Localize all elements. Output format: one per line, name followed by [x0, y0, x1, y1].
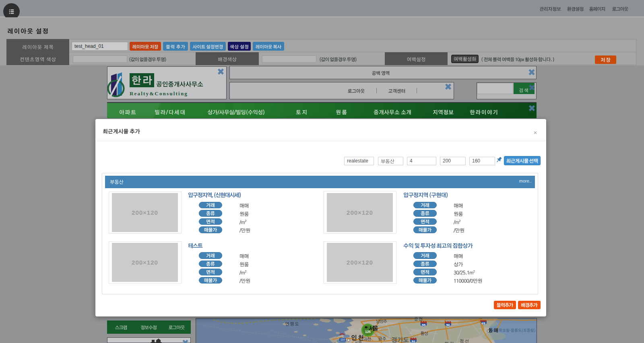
svg-text:52: 52: [412, 340, 415, 343]
svg-text:125: 125: [365, 330, 371, 334]
svg-text:110: 110: [340, 338, 345, 341]
svg-text:55: 55: [422, 323, 425, 327]
svg-text:50: 50: [446, 323, 450, 327]
